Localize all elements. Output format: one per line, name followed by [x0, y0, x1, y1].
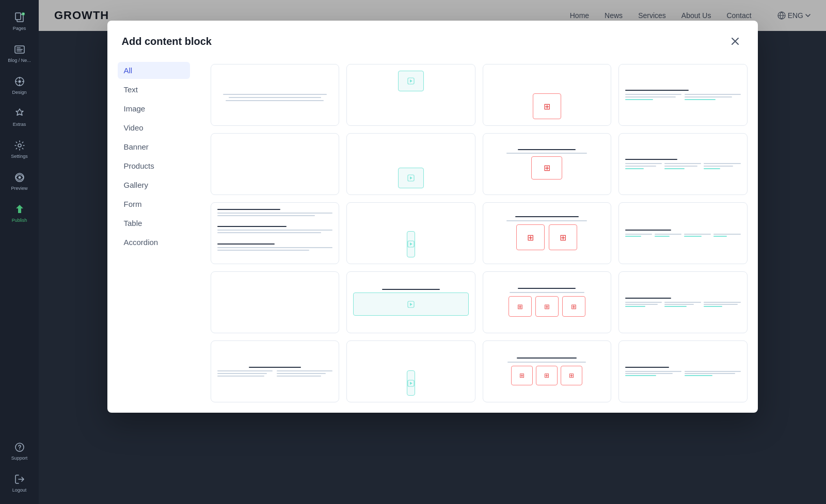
sidebar-item-design[interactable]: Design [0, 69, 39, 101]
svg-rect-4 [17, 49, 23, 50]
block-text-video[interactable] [346, 133, 475, 195]
block-three-col-text[interactable] [211, 202, 340, 264]
svg-marker-17 [410, 176, 412, 180]
block-three-products[interactable]: ⊞ ⊞ ⊞ [483, 271, 612, 333]
product-preview-box: ⊞ [533, 93, 561, 119]
sidebar-label-support: Support [11, 456, 28, 461]
block-text-two-cols-cyan[interactable] [618, 340, 748, 402]
video-preview-box [398, 71, 424, 91]
product-box-2: ⊞ [531, 156, 562, 180]
block-three-products-bottom[interactable]: ⊞ ⊞ ⊞ [483, 340, 612, 402]
category-image[interactable]: Image [118, 100, 190, 117]
svg-point-8 [18, 144, 21, 147]
product-box-10: ⊞ [561, 366, 582, 385]
preview-icon [13, 171, 26, 184]
modal-body: All Text Image Video Banner Products Gal… [107, 58, 758, 413]
category-all[interactable]: All [118, 62, 190, 79]
sidebar-label-publish: Publish [12, 218, 27, 223]
block-text-video-tall[interactable] [346, 340, 475, 402]
blog-icon [13, 43, 26, 56]
block-text-simple[interactable] [211, 64, 340, 126]
sidebar-item-logout[interactable]: Logout [0, 467, 39, 499]
publish-icon [13, 203, 26, 216]
blocks-grid: ⊞ [200, 58, 758, 413]
sidebar-label-preview: Preview [11, 186, 27, 191]
sidebar-label-pages: Pages [13, 26, 26, 31]
block-text-big-video[interactable] [346, 202, 475, 264]
category-accordion[interactable]: Accordion [118, 234, 190, 251]
design-icon [13, 75, 26, 88]
product-box-8: ⊞ [511, 366, 533, 385]
sidebar-label-logout: Logout [12, 487, 27, 493]
block-video-text[interactable] [346, 64, 475, 126]
modal-header: Add content block [107, 21, 758, 58]
svg-marker-21 [410, 303, 412, 306]
category-text[interactable]: Text [118, 81, 190, 98]
product-box-9: ⊞ [536, 366, 558, 385]
sidebar-item-blog[interactable]: Blog / Ne... [0, 37, 39, 69]
logout-icon [13, 473, 26, 485]
svg-point-12 [19, 449, 20, 450]
sidebar-item-extras[interactable]: Extras [0, 101, 39, 133]
block-three-col-links-2[interactable] [618, 271, 748, 333]
sidebar-label-extras: Extras [13, 122, 26, 127]
product-box-7: ⊞ [562, 296, 585, 317]
product-box-6: ⊞ [535, 296, 559, 317]
svg-marker-19 [410, 242, 412, 246]
svg-marker-15 [410, 79, 412, 83]
svg-point-7 [18, 80, 21, 83]
category-form[interactable]: Form [118, 196, 190, 213]
sidebar-item-settings[interactable]: Settings [0, 133, 39, 165]
sidebar-label-blog: Blog / Ne... [8, 58, 31, 63]
settings-icon [13, 139, 26, 152]
sidebar-label-design: Design [12, 90, 26, 95]
svg-marker-23 [410, 382, 412, 385]
category-video[interactable]: Video [118, 119, 190, 136]
block-four-col-titles[interactable] [211, 271, 340, 333]
svg-rect-3 [17, 47, 21, 48]
block-title-two-cols[interactable] [211, 340, 340, 402]
sidebar: Pages Blog / Ne... Design [0, 0, 39, 504]
sidebar-item-support[interactable]: Support [0, 435, 39, 467]
product-box-4: ⊞ [549, 224, 577, 250]
modal-overlay: Add content block All Text Image Video B… [39, 0, 826, 504]
sidebar-item-pages[interactable]: Pages [0, 5, 39, 37]
sidebar-item-preview[interactable]: Preview [0, 165, 39, 197]
svg-rect-5 [17, 51, 22, 52]
block-centered-product[interactable]: ⊞ [483, 133, 612, 195]
category-products[interactable]: Products [118, 157, 190, 174]
pages-icon [13, 11, 26, 24]
modal-close-button[interactable] [727, 33, 743, 50]
svg-point-10 [18, 176, 21, 179]
extras-icon [13, 107, 26, 120]
video-preview-box-2 [398, 168, 424, 188]
category-gallery[interactable]: Gallery [118, 176, 190, 193]
add-content-modal: Add content block All Text Image Video B… [107, 21, 758, 413]
svg-rect-0 [15, 13, 21, 20]
block-four-col-links[interactable] [618, 202, 748, 264]
category-banner[interactable]: Banner [118, 138, 190, 155]
support-icon [13, 441, 26, 453]
sidebar-item-publish[interactable]: Publish [0, 197, 39, 229]
sidebar-label-settings: Settings [11, 154, 28, 159]
product-box-5: ⊞ [509, 296, 532, 317]
block-text-fullvideo[interactable] [346, 271, 475, 333]
block-two-products[interactable]: ⊞ ⊞ [483, 202, 612, 264]
product-box-3: ⊞ [516, 224, 545, 250]
block-three-col-links[interactable] [618, 133, 748, 195]
block-text-product[interactable]: ⊞ [483, 64, 612, 126]
category-navigation: All Text Image Video Banner Products Gal… [107, 58, 200, 413]
modal-title: Add content block [122, 36, 212, 47]
block-multi-column[interactable] [618, 64, 748, 126]
category-table[interactable]: Table [118, 215, 190, 232]
block-two-col-text[interactable] [211, 133, 340, 195]
